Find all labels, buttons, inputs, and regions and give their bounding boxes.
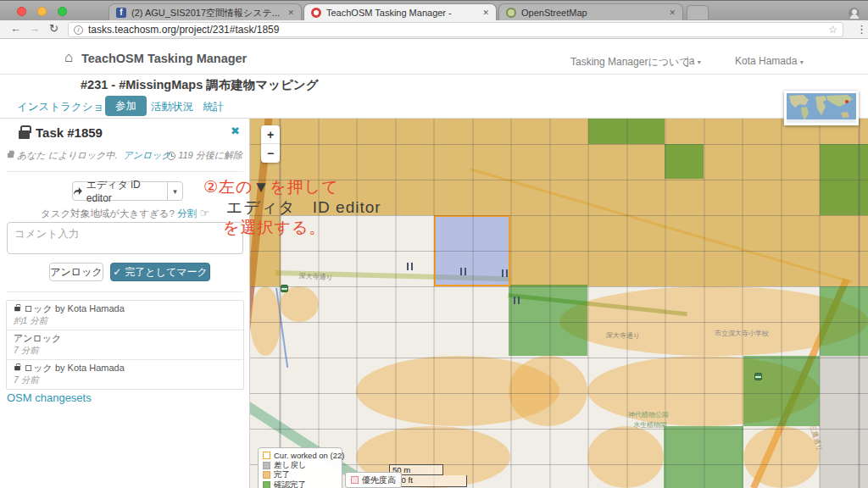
history-item: ロック by Kota Hamada 約1 分前	[7, 301, 243, 330]
task-cell-green[interactable]	[665, 144, 704, 179]
profile-icon[interactable]	[849, 8, 860, 19]
editor-dropdown-button[interactable]: ▾	[167, 181, 183, 201]
annotation-line3: を選択する。	[203, 218, 381, 238]
lock-status: あなた によりロック中. アンロック	[7, 149, 171, 162]
task-map[interactable]: 深大寺通り深大寺通り市立深大寺小学校神代植物公園水生植物園三鷹通り + − Cu…	[250, 119, 868, 488]
task-cell-gray[interactable]	[820, 426, 868, 488]
page-info-icon[interactable]: i	[74, 25, 83, 35]
task-cell-light[interactable]	[250, 286, 281, 356]
task-cell-light[interactable]	[587, 426, 664, 488]
task-cell-dark[interactable]	[510, 215, 868, 286]
tab-label: TeachOSM Tasking Manager -	[326, 8, 477, 18]
tab-close-icon[interactable]: ✕	[287, 8, 294, 17]
tab-contribute[interactable]: 参加	[105, 96, 147, 116]
map-zoom-control: + −	[261, 125, 280, 163]
legend-swatch-done	[263, 471, 270, 479]
zoom-out-button[interactable]: −	[261, 144, 280, 163]
teachosm-icon	[311, 8, 321, 18]
annotation-line2: エディタ ID editor	[203, 197, 381, 218]
task-cell-gray[interactable]	[820, 356, 868, 426]
task-cell-green[interactable]	[588, 119, 665, 144]
overview-minimap[interactable]	[784, 91, 859, 125]
task-cell-green[interactable]	[743, 356, 820, 426]
task-grid-cells	[250, 119, 868, 488]
browser-tab-openstreetmap[interactable]: OpenStreetMap ✕	[498, 3, 683, 21]
lock-icon	[8, 153, 14, 158]
mark-done-button[interactable]: ✓ 完了としてマーク	[110, 263, 210, 281]
task-cell-light[interactable]	[743, 426, 820, 488]
chrome-menu-icon[interactable]: ⋮	[856, 23, 867, 36]
legend-label: Cur. worked on (22)	[274, 451, 344, 460]
project-title: #231 - #MissingMaps 調布建物マッピング	[81, 77, 318, 93]
clock-icon	[167, 152, 175, 160]
share-arrow-icon	[73, 187, 82, 196]
osm-changesets-link[interactable]: OSM changesets	[7, 391, 92, 404]
openstreetmap-icon	[506, 8, 516, 18]
unlock-link[interactable]: アンロック	[124, 150, 171, 160]
history-time: 7 分前	[14, 374, 236, 386]
task-cell-light[interactable]	[280, 286, 319, 322]
legend-swatch-validated	[263, 481, 270, 488]
priority-legend: 優先度高	[345, 472, 402, 488]
priority-label: 優先度高	[362, 474, 396, 486]
window-zoom-button[interactable]	[58, 7, 67, 16]
language-label: ja	[687, 55, 694, 67]
chevron-down-icon: ▾	[173, 187, 177, 196]
legend-swatch-invalidated	[263, 462, 270, 469]
new-tab-button[interactable]	[687, 5, 709, 19]
history-item: アンロック 7 分前	[7, 330, 243, 360]
close-icon[interactable]: ✖	[231, 125, 240, 137]
editor-label: エディタ iD editor	[86, 178, 167, 204]
browser-tab-facebook[interactable]: f (2) AGU_SIS2017空間情報システ... ✕	[108, 3, 302, 21]
divider	[7, 171, 243, 172]
task-cell-green[interactable]	[820, 144, 868, 215]
tab-close-icon[interactable]: ✕	[482, 8, 489, 17]
user-label: Kota Hamada	[735, 55, 797, 67]
split-link[interactable]: 分割	[177, 208, 197, 219]
lock-icon	[14, 307, 20, 311]
tab-stats[interactable]: 統計	[203, 100, 224, 114]
zoom-in-button[interactable]: +	[261, 125, 280, 144]
nav-about-link[interactable]: Tasking Managerについて	[570, 55, 690, 69]
project-tabs: インストラクション 参加 活動状況 統計	[0, 93, 868, 119]
app-brand[interactable]: TeachOSM Tasking Manager	[81, 52, 247, 65]
nav-language-menu[interactable]: ja ▾	[687, 55, 701, 67]
window-close-button[interactable]	[17, 7, 26, 16]
mark-done-label: 完了としてマーク	[125, 265, 207, 280]
app-header: ⌂ TeachOSM Tasking Manager Tasking Manag…	[0, 39, 868, 75]
history-user: by Kota Hamada	[53, 363, 125, 373]
facebook-icon: f	[116, 8, 126, 18]
tab-close-icon[interactable]: ✕	[669, 8, 676, 17]
task-cell-green[interactable]	[664, 426, 743, 488]
url-text: tasks.teachosm.org/project/231#task/1859	[88, 24, 279, 36]
task-cell-green[interactable]	[509, 285, 587, 356]
lock-icon	[19, 130, 30, 139]
back-icon[interactable]: ←	[10, 22, 21, 35]
task-cell-green[interactable]	[820, 286, 868, 356]
forward-icon[interactable]: →	[29, 22, 40, 35]
task-cell-dark[interactable]	[250, 119, 868, 144]
check-icon: ✓	[113, 266, 121, 278]
location-dot	[845, 100, 849, 103]
task-cell-light[interactable]	[509, 356, 587, 426]
tab-label: (2) AGU_SIS2017空間情報システ...	[131, 7, 282, 19]
locked-by: あなた	[17, 150, 46, 160]
editor-launch-button[interactable]: エディタ iD editor	[72, 181, 168, 201]
tab-instructions[interactable]: インストラクション	[17, 100, 114, 114]
legend-item: 確認完了	[263, 480, 337, 488]
unlock-button[interactable]: アンロック	[49, 263, 103, 281]
instruction-annotation: ②左の▼を押して エディタ ID editor を選択する。	[203, 177, 381, 238]
lock-expiry: 119 分後に解除	[167, 149, 242, 162]
bookmark-star-icon[interactable]: ☆	[828, 24, 837, 36]
window-minimize-button[interactable]	[37, 7, 47, 16]
browser-tab-teachosm[interactable]: TeachOSM Tasking Manager - ✕	[303, 3, 497, 21]
map-legend: Cur. worked on (22) 差し戻し 完了 確認完了	[258, 447, 342, 488]
tab-activity[interactable]: 活動状況	[151, 100, 193, 114]
task-cell-blue[interactable]	[434, 215, 510, 286]
history-user: by Kota Hamada	[53, 303, 125, 313]
home-icon[interactable]: ⌂	[64, 49, 73, 66]
address-field[interactable]: i tasks.teachosm.org/project/231#task/18…	[68, 22, 843, 37]
reload-icon[interactable]: ↻	[49, 22, 58, 35]
legend-swatch-current	[263, 452, 270, 459]
nav-user-menu[interactable]: Kota Hamada ▾	[735, 55, 804, 67]
